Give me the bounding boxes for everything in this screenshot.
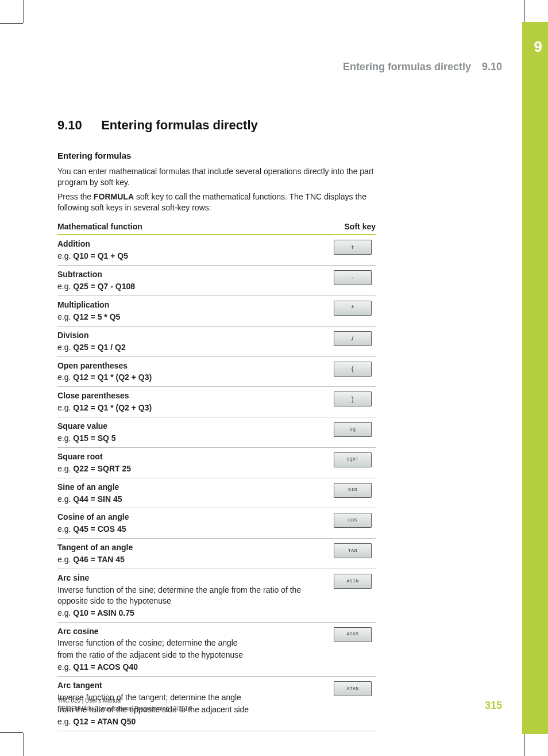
table-row: Arc cosineInverse function of the cosine… [57,623,376,677]
function-cell: Close parenthesese.g. Q12 = Q1 * (Q2 + Q… [57,390,324,413]
softkey-cell: ( [330,360,376,377]
function-cell: Multiplicatione.g. Q12 = 5 * Q5 [57,300,324,323]
softkey-cell: SQ [330,421,376,437]
table-row: Divisione.g. Q25 = Q1 / Q2/ [57,327,376,357]
section-number: 9.10 [57,117,98,134]
function-cell: Square roote.g. Q22 = SQRT 25 [57,451,324,474]
function-description: Inverse function of the sine; determine … [57,585,324,607]
table-row: Cosine of an anglee.g. Q45 = COS 45COS [57,508,376,539]
function-cell: Square valuee.g. Q15 = SQ 5 [57,421,324,444]
intro-paragraph-1: You can enter mathematical formulas that… [57,166,376,188]
table-row: Tangent of an anglee.g. Q46 = TAN 45TAN [57,539,376,569]
functions-table: Mathematical function Soft key Additione… [57,219,376,731]
table-row: Square roote.g. Q22 = SQRT 25SQRT [57,448,376,478]
function-cell: Open parenthesese.g. Q12 = Q1 * (Q2 + Q3… [57,360,324,383]
softkey-icon: - [334,270,372,285]
function-cell: Sine of an anglee.g. Q44 = SIN 45 [57,482,324,505]
crop-mark [0,732,23,733]
function-name: Arc sine [57,573,324,584]
function-name: Subtraction [57,269,324,280]
function-name: Arc cosine [57,626,324,637]
softkey-cell: ATAN [330,680,376,696]
function-example: e.g. Q12 = Q1 * (Q2 + Q3) [57,402,324,413]
function-name: Close parentheses [57,390,324,401]
subheading: Entering formulas [57,150,376,162]
page-number: 315 [485,699,502,712]
softkey-cell: - [330,269,376,285]
function-example: e.g. Q46 = TAN 45 [57,554,324,565]
function-name: Sine of an angle [57,482,324,493]
function-name: Square value [57,421,324,432]
function-name: Open parentheses [57,360,324,371]
function-description: Inverse function of the cosine; determin… [57,638,324,648]
running-header: Entering formulas directly 9.10 [343,60,502,74]
function-example: e.g. Q25 = Q7 - Q108 [57,281,324,292]
function-name: Tangent of an angle [57,542,324,553]
crop-mark [524,0,524,23]
softkey-cell: COS [330,512,376,528]
table-row: Square valuee.g. Q15 = SQ 5SQ [57,417,376,448]
function-example: e.g. Q44 = SIN 45 [57,494,324,505]
crop-mark [24,0,24,23]
function-name: Addition [57,239,324,250]
softkey-cell: ACOS [330,626,376,642]
function-name: Division [57,330,324,341]
softkey-icon: SQRT [334,452,372,467]
table-row: Sine of an anglee.g. Q44 = SIN 45SIN [57,478,376,509]
softkey-icon: SIN [334,483,372,498]
chapter-number: 9 [534,37,542,57]
softkey-icon: ATAN [334,681,372,696]
formula-keyword: FORMULA [94,192,134,201]
softkey-cell: + [330,239,376,255]
function-example: e.g. Q10 = ASIN 0.75 [57,608,324,619]
softkey-cell: ) [330,390,376,406]
function-example: e.g. Q11 = ACOS Q40 [57,662,324,673]
softkey-cell: SIN [330,482,376,498]
col-header-function: Mathematical function [57,221,142,232]
function-example: e.g. Q12 = 5 * Q5 [57,312,324,323]
running-header-title: Entering formulas directly [343,61,471,72]
intro-paragraph-2: Press the FORMULA soft key to call the m… [57,191,376,213]
function-description: from the ratio of the adjacent side to t… [57,650,324,661]
table-header: Mathematical function Soft key [57,219,376,236]
softkey-icon: TAN [334,543,372,558]
function-name: Cosine of an angle [57,512,324,523]
function-cell: Additione.g. Q10 = Q1 + Q5 [57,239,324,262]
softkey-icon: + [334,240,372,255]
softkey-icon: / [334,331,372,346]
section-heading: 9.10 Entering formulas directly [57,117,376,134]
softkey-icon: SQ [334,422,372,437]
table-row: Additione.g. Q10 = Q1 + Q5+ [57,235,376,266]
function-example: e.g. Q12 = Q1 * (Q2 + Q3) [57,372,324,383]
page-content: 9.10 Entering formulas directly Entering… [57,117,376,731]
function-example: e.g. Q22 = SQRT 25 [57,463,324,474]
function-cell: Cosine of an anglee.g. Q45 = COS 45 [57,512,324,535]
softkey-icon: * [334,301,372,316]
table-row: Close parenthesese.g. Q12 = Q1 * (Q2 + Q… [57,387,376,417]
table-row: Multiplicatione.g. Q12 = 5 * Q5* [57,296,376,327]
col-header-softkey: Soft key [345,221,376,232]
softkey-cell: SQRT [330,451,376,467]
table-row: Subtractione.g. Q25 = Q7 - Q108- [57,266,376,296]
footer-line-1: TNC 620 | User's Manual [57,697,191,705]
crop-mark [0,23,23,24]
function-example: e.g. Q45 = COS 45 [57,524,324,535]
section-title: Entering formulas directly [101,118,258,132]
function-name: Multiplication [57,300,324,310]
chapter-tab: 9 [522,22,548,734]
footer-line-2: HEIDENHAIN Conversational Programming | … [57,705,191,713]
function-name: Arc tangent [57,680,324,691]
function-cell: Arc sineInverse function of the sine; de… [57,573,324,619]
softkey-icon: ) [334,392,372,406]
softkey-icon: ACOS [334,627,372,642]
function-cell: Subtractione.g. Q25 = Q7 - Q108 [57,269,324,292]
table-row: Arc sineInverse function of the sine; de… [57,569,376,623]
function-cell: Tangent of an anglee.g. Q46 = TAN 45 [57,542,324,565]
function-example: e.g. Q25 = Q1 / Q2 [57,342,324,353]
function-cell: Arc cosineInverse function of the cosine… [57,626,324,673]
function-example: e.g. Q15 = SQ 5 [57,433,324,444]
softkey-icon: COS [334,513,372,528]
function-name: Square root [57,451,324,462]
softkey-icon: ASIN [334,574,372,589]
function-example: e.g. Q12 = ATAN Q50 [57,716,324,727]
